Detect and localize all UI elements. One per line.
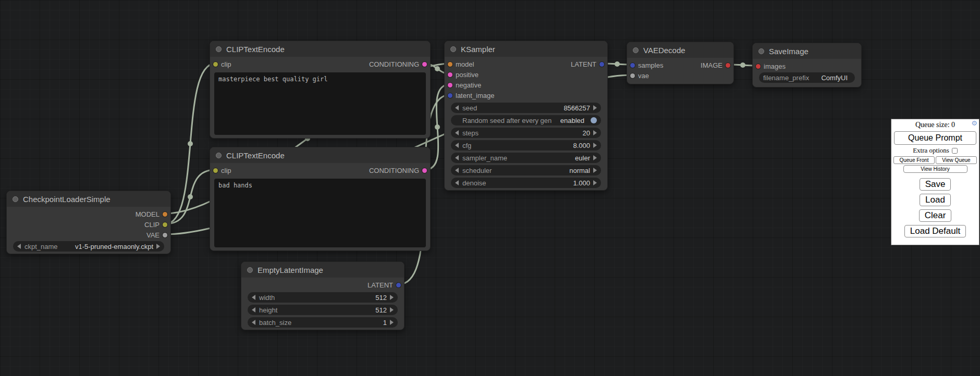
increment-arrow-icon[interactable] <box>390 307 394 312</box>
decrement-arrow-icon[interactable] <box>252 320 255 325</box>
node-save-image[interactable]: SaveImage images filename_prefix ComfyUI <box>752 43 862 87</box>
view-history-button[interactable]: View History <box>903 165 967 173</box>
clip-input-dot-icon[interactable] <box>213 62 218 67</box>
input-clip-slot[interactable]: clip <box>213 167 231 174</box>
clear-button[interactable]: Clear <box>919 209 952 222</box>
output-vae-slot[interactable]: VAE <box>146 231 167 239</box>
height-widget[interactable]: height 512 <box>248 305 398 315</box>
denoise-widget[interactable]: denoise 1.000 <box>451 178 601 188</box>
model-output-dot-icon[interactable] <box>163 212 167 217</box>
output-clip-slot[interactable]: CLIP <box>144 221 167 229</box>
input-model-slot[interactable]: model <box>448 60 474 68</box>
image-output-dot-icon[interactable] <box>726 63 730 68</box>
save-button[interactable]: Save <box>920 178 951 191</box>
prompt-text-input[interactable]: masterpiece best quality girl <box>214 72 426 135</box>
node-title-bar[interactable]: SaveImage <box>753 43 861 59</box>
seed-toggle-dot-icon[interactable] <box>591 117 597 123</box>
sampler-name-widget[interactable]: sampler_name euler <box>451 153 601 163</box>
image-input-dot-icon[interactable] <box>756 64 761 69</box>
output-image-slot[interactable]: IMAGE <box>701 61 730 69</box>
node-graph-canvas[interactable]: CheckpointLoaderSimple MODEL CLIP VAE <box>0 0 980 376</box>
input-latent-image-slot[interactable]: latent_image <box>448 92 494 99</box>
increment-arrow-icon[interactable] <box>156 244 160 249</box>
collapse-dot-icon[interactable] <box>216 153 222 158</box>
conditioning-output-dot-icon[interactable] <box>422 62 427 67</box>
output-conditioning-slot[interactable]: CONDITIONING <box>369 60 427 68</box>
collapse-dot-icon[interactable] <box>247 267 253 273</box>
node-title-bar[interactable]: EmptyLatentImage <box>241 262 404 278</box>
latent-output-dot-icon[interactable] <box>599 62 604 67</box>
node-vae-decode[interactable]: VAEDecode samples IMAGE vae <box>627 42 734 84</box>
collapse-dot-icon[interactable] <box>633 47 639 53</box>
input-negative-slot[interactable]: negative <box>448 81 481 89</box>
node-title-bar[interactable]: CheckpointLoaderSimple <box>7 191 170 207</box>
increment-arrow-icon[interactable] <box>593 143 597 148</box>
random-seed-toggle-widget[interactable]: Random seed after every gen enabled <box>451 115 601 126</box>
increment-arrow-icon[interactable] <box>593 168 597 173</box>
output-latent-slot[interactable]: LATENT <box>368 281 401 289</box>
node-title-bar[interactable]: CLIPTextEncode <box>210 147 430 163</box>
increment-arrow-icon[interactable] <box>593 180 597 185</box>
node-title-bar[interactable]: CLIPTextEncode <box>210 41 430 57</box>
seed-widget[interactable]: seed 8566257 <box>451 103 601 113</box>
node-title-bar[interactable]: VAEDecode <box>627 42 733 58</box>
latent-input-dot-icon[interactable] <box>448 93 452 98</box>
model-input-dot-icon[interactable] <box>448 62 452 67</box>
clip-output-dot-icon[interactable] <box>163 222 167 227</box>
node-checkpoint-loader-simple[interactable]: CheckpointLoaderSimple MODEL CLIP VAE <box>6 191 171 254</box>
load-button[interactable]: Load <box>920 194 951 206</box>
decrement-arrow-icon[interactable] <box>455 168 459 173</box>
input-samples-slot[interactable]: samples <box>630 61 663 69</box>
node-empty-latent-image[interactable]: EmptyLatentImage LATENT width 512 height… <box>241 261 405 330</box>
steps-widget[interactable]: steps 20 <box>451 128 601 138</box>
decrement-arrow-icon[interactable] <box>455 155 459 160</box>
output-latent-slot[interactable]: LATENT <box>571 60 604 68</box>
clip-input-dot-icon[interactable] <box>213 168 218 173</box>
node-clip-text-encode-positive[interactable]: CLIPTextEncode clip CONDITIONING masterp… <box>210 41 431 139</box>
input-vae-slot[interactable]: vae <box>630 72 649 80</box>
batch-size-widget[interactable]: batch_size 1 <box>248 317 398 328</box>
input-images-slot[interactable]: images <box>756 62 786 70</box>
width-widget[interactable]: width 512 <box>248 292 398 303</box>
decrement-arrow-icon[interactable] <box>455 180 459 185</box>
decrement-arrow-icon[interactable] <box>252 295 255 300</box>
vae-output-dot-icon[interactable] <box>163 233 167 237</box>
increment-arrow-icon[interactable] <box>390 320 394 325</box>
increment-arrow-icon[interactable] <box>593 105 597 110</box>
queue-front-button[interactable]: Queue Front <box>893 156 935 164</box>
output-conditioning-slot[interactable]: CONDITIONING <box>369 167 427 174</box>
cfg-widget[interactable]: cfg 8.000 <box>451 140 601 151</box>
latent-input-dot-icon[interactable] <box>630 63 635 68</box>
latent-output-dot-icon[interactable] <box>396 283 401 287</box>
increment-arrow-icon[interactable] <box>593 155 597 160</box>
queue-prompt-button[interactable]: Queue Prompt <box>894 131 976 145</box>
node-title-bar[interactable]: KSampler <box>445 41 607 57</box>
prompt-text-input[interactable]: bad hands <box>214 179 426 247</box>
collapse-dot-icon[interactable] <box>758 48 764 54</box>
decrement-arrow-icon[interactable] <box>455 143 459 148</box>
collapse-dot-icon[interactable] <box>450 46 456 52</box>
increment-arrow-icon[interactable] <box>390 295 394 300</box>
conditioning-input-dot-icon[interactable] <box>448 83 452 87</box>
input-clip-slot[interactable]: clip <box>213 60 231 68</box>
increment-arrow-icon[interactable] <box>593 130 597 135</box>
vae-input-dot-icon[interactable] <box>630 73 635 78</box>
node-ksampler[interactable]: KSampler model LATENT positive <box>444 41 608 191</box>
input-positive-slot[interactable]: positive <box>448 71 479 79</box>
extra-options-checkbox[interactable] <box>952 148 958 154</box>
load-default-button[interactable]: Load Default <box>904 225 966 237</box>
comfy-menu-panel[interactable]: Queue size: 0 ⚙ Queue Prompt Extra optio… <box>891 119 979 245</box>
conditioning-input-dot-icon[interactable] <box>448 72 452 77</box>
decrement-arrow-icon[interactable] <box>252 307 255 312</box>
decrement-arrow-icon[interactable] <box>17 244 21 249</box>
ckpt-name-widget[interactable]: ckpt_name v1-5-pruned-emaonly.ckpt <box>13 241 164 252</box>
scheduler-widget[interactable]: scheduler normal <box>451 165 601 176</box>
node-clip-text-encode-negative[interactable]: CLIPTextEncode clip CONDITIONING bad han… <box>210 147 431 251</box>
collapse-dot-icon[interactable] <box>216 46 222 52</box>
view-queue-button[interactable]: View Queue <box>936 156 977 164</box>
decrement-arrow-icon[interactable] <box>455 105 459 110</box>
collapse-dot-icon[interactable] <box>13 196 18 202</box>
decrement-arrow-icon[interactable] <box>455 130 459 135</box>
conditioning-output-dot-icon[interactable] <box>422 168 427 173</box>
settings-gear-icon[interactable]: ⚙ <box>971 120 977 127</box>
